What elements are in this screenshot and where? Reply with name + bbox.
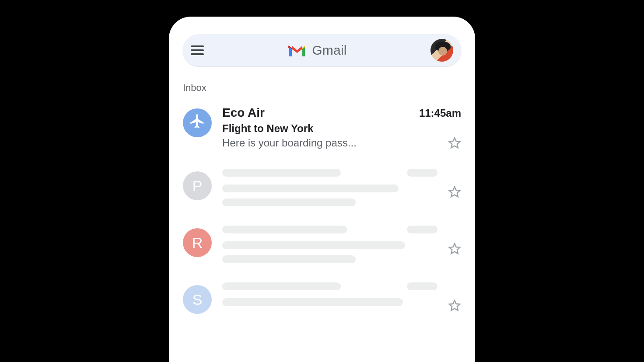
email-body-placeholder [222, 226, 438, 263]
star-icon[interactable] [448, 185, 461, 198]
phone-frame: Gmail Inbox Eco Air 11:45am Flight to Ne… [169, 17, 475, 362]
email-row[interactable]: Eco Air 11:45am Flight to New York Here … [183, 102, 461, 167]
search-bar[interactable]: Gmail [183, 34, 461, 66]
email-body-placeholder [222, 282, 438, 306]
sender-avatar[interactable] [183, 108, 212, 137]
email-subject: Flight to New York [222, 122, 461, 135]
email-row-placeholder[interactable]: R [183, 224, 461, 281]
email-snippet: Here is your boarding pass... [222, 137, 448, 149]
section-label-inbox: Inbox [183, 82, 461, 94]
airplane-icon [189, 113, 206, 133]
profile-avatar[interactable] [430, 39, 453, 62]
star-icon[interactable] [448, 242, 461, 255]
email-time: 11:45am [419, 107, 461, 119]
star-icon[interactable] [448, 299, 461, 312]
brand: Gmail [204, 43, 430, 58]
email-row-placeholder[interactable]: P [183, 167, 461, 224]
avatar-letter: P [192, 178, 203, 195]
email-row-placeholder[interactable]: S [183, 281, 461, 314]
brand-label: Gmail [312, 43, 346, 58]
sender-avatar[interactable]: P [183, 171, 212, 200]
email-body: Eco Air 11:45am Flight to New York Here … [222, 106, 461, 150]
avatar-letter: R [192, 234, 203, 251]
sender-name: Eco Air [222, 106, 419, 120]
hamburger-menu-icon[interactable] [191, 43, 204, 57]
avatar-letter: S [192, 291, 203, 308]
gmail-logo-icon [287, 43, 307, 57]
sender-avatar[interactable]: S [183, 285, 212, 314]
star-icon[interactable] [448, 136, 461, 150]
email-body-placeholder [222, 169, 438, 206]
sender-avatar[interactable]: R [183, 228, 212, 257]
